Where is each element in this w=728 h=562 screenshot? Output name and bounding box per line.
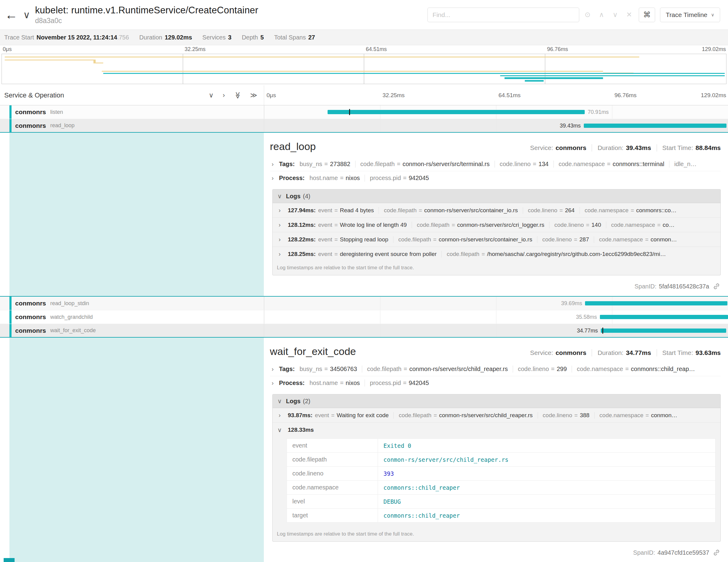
tag-value: conmon-rs/server/src/terminal.rs [403,161,490,167]
log-field: code.namespace=conmon… [594,236,682,243]
span-id-value: 4a947cfd1ce59537 [658,549,709,556]
process-chip: process.pid=942045 [365,175,434,182]
keyboard-shortcuts-button[interactable]: ⌘ [639,8,655,22]
deep-link-icon[interactable] [713,283,720,290]
log-entry[interactable]: › 128.12ms: event=Wrote log line of leng… [273,218,720,232]
start-time-value: 88.84ms [696,144,721,151]
span-detail-meta: Service:conmonrs Duration:39.43ms Start … [530,144,721,152]
tag-key: busy_ns [300,366,322,372]
process-accordion[interactable]: › Process: host.name=nixos process.pid=9… [270,376,721,390]
log-entry-expanded[interactable]: ∨ 128.33ms [273,423,720,437]
expand-all-icon[interactable]: ≫ [250,91,257,99]
service-name: conmonrs [15,313,46,321]
caret-right-icon: › [270,380,275,387]
span-bar[interactable] [600,315,728,319]
logs-section: ∨ Logs (2) › 93.87ms: event=Waiting for … [272,394,721,542]
find-input[interactable] [427,8,579,22]
service-color-bar [9,297,12,310]
span-indent-band [9,133,264,296]
span-duration-label: 39.69ms [561,300,582,307]
tags-accordion[interactable]: › Tags: busy_ns=273882 code.filepath=con… [270,157,721,171]
caret-right-icon: › [277,236,282,243]
logs-note: Log timestamps are relative to the start… [273,261,720,275]
span-id-label: SpanID: [633,549,655,556]
chevron-down-icon: ∨ [711,12,714,18]
clear-search-icon[interactable]: ✕ [626,11,632,19]
log-timestamp: 128.22ms: [288,236,316,243]
caret-down-icon: ∨ [277,192,282,200]
span-row-read-loop[interactable]: conmonrs read_loop 39.43ms [0,119,728,133]
service-color-bar [9,324,12,337]
trace-title: kubelet: runtime.v1.RuntimeService/Creat… [35,5,258,16]
span-row-read-loop-stdin[interactable]: conmonrs read_loop_stdin 39.69ms [0,297,728,310]
ruler-tick: 129.02ms [701,92,726,99]
logs-header[interactable]: ∨ Logs (2) [273,394,720,408]
minimap-canvas[interactable] [2,54,726,84]
collapse-one-icon[interactable]: ∨ [209,91,214,99]
span-graph[interactable]: 39.69ms [264,297,728,310]
span-detail-content: wait_for_exit_code Service:conmonrs Dura… [264,338,728,562]
span-bar[interactable] [328,110,585,114]
span-bar[interactable] [601,329,726,333]
timeline-ruler: 0μs 32.25ms 64.51ms 96.76ms 129.02ms [264,85,728,105]
tag-chip: busy_ns=273882 [298,161,355,168]
prev-result-icon[interactable]: ∧ [599,11,604,19]
span-graph[interactable]: 35.58ms [264,310,728,324]
span-graph[interactable]: 70.91ms [264,105,728,119]
view-dropdown-button[interactable]: Trace Timeline ∨ [660,8,720,22]
kv-key: code.lineno [287,467,378,481]
process-value: 942045 [409,175,429,181]
start-time-label: Start Time: [662,349,693,356]
logs-header[interactable]: ∨ Logs (4) [273,189,720,203]
log-fields-table: eventExited 0 code.filepathconmon-rs/ser… [287,438,716,523]
depth-value: 5 [260,34,264,41]
caret-right-icon: › [277,221,282,228]
collapse-all-icon[interactable]: ≫ [233,92,241,99]
span-rows: conmonrs listen 70.91ms conmonrs read_lo… [0,105,728,562]
next-result-icon[interactable]: ∨ [613,11,618,19]
kv-row: code.namespaceconmonrs::child_reaper [287,481,716,495]
trace-minimap[interactable]: 0μs 32.25ms 64.51ms 96.76ms 129.02ms [0,45,728,85]
span-row-wait-for-exit-code[interactable]: conmonrs wait_for_exit_code 34.77ms [0,324,728,338]
minimap-tick: 0μs [3,46,12,53]
span-row-listen[interactable]: conmonrs listen 70.91ms [0,105,728,119]
process-value: nixos [346,175,360,181]
service-label: Service: [530,349,553,356]
span-row-watch-grandchild[interactable]: conmonrs watch_grandchild 35.58ms [0,310,728,324]
span-row-left: conmonrs read_loop [0,119,264,132]
span-bar[interactable] [585,301,727,305]
log-entry[interactable]: › 127.94ms: event=Read 4 bytes code.file… [273,203,720,218]
trace-collapse-icon[interactable]: ∨ [23,9,30,21]
service-color-bar [9,310,12,324]
log-entry[interactable]: › 128.22ms: event=Stopping read loop cod… [273,232,720,247]
ruler-tick: 0μs [267,92,276,99]
timeline-columns-header: Service & Operation ∨ › ≫ ≫ 0μs 32.25ms … [0,85,728,105]
tag-chip: code.filepath=conmon-rs/server/src/termi… [355,161,495,168]
span-bar[interactable] [584,124,727,128]
trace-start-label: Trace Start [4,34,34,41]
back-button[interactable]: ← [0,0,22,29]
span-graph[interactable]: 39.43ms [264,119,728,132]
deep-link-icon[interactable] [713,549,720,556]
trace-start-fraction: .756 [117,34,129,41]
log-entry[interactable]: › 93.87ms: event=Waiting for exit code c… [273,408,720,423]
span-indent-band [9,338,264,562]
span-row-left: conmonrs watch_grandchild [0,310,264,324]
span-graph[interactable]: 34.77ms [264,324,728,337]
caret-right-icon: › [270,366,275,373]
tags-accordion[interactable]: › Tags: busy_ns=34506763 code.filepath=c… [270,362,721,376]
span-duration-label: 70.91ms [588,109,609,115]
process-accordion[interactable]: › Process: host.name=nixos process.pid=9… [270,171,721,185]
locate-icon[interactable]: ⊙ [585,11,590,19]
ruler-tick: 96.76ms [614,92,637,99]
expand-one-icon[interactable]: › [223,91,225,99]
ruler-tick: 32.25ms [383,92,405,99]
operation-name: read_loop_stdin [50,300,89,307]
ruler-tick: 64.51ms [498,92,521,99]
tag-value: conmonrs::child_reap… [631,366,695,372]
log-entry[interactable]: › 128.25ms: event=deregistering event so… [273,247,720,261]
kv-key: code.namespace [287,481,378,495]
caret-down-icon: ∨ [277,426,282,434]
span-detail-header: wait_for_exit_code Service:conmonrs Dura… [270,346,721,357]
caret-right-icon: › [270,175,275,182]
